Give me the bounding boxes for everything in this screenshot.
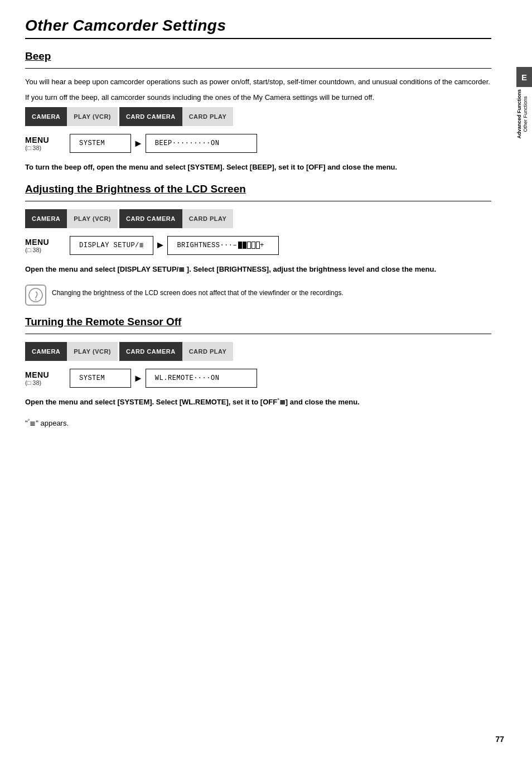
beep-camera-badge: CAMERA bbox=[25, 107, 67, 126]
remote-menu-label-block: MENU (□ 38) bbox=[25, 370, 70, 386]
side-tab-line1: Advanced Functions bbox=[516, 89, 522, 139]
side-tab-line2: Other Functions bbox=[523, 96, 528, 132]
beep-instruction: To turn the beep off, open the menu and … bbox=[25, 162, 491, 173]
brightness-result-text: BRIGHTNESS···– bbox=[177, 242, 237, 249]
beep-menu-ref: (□ 38) bbox=[25, 144, 70, 151]
remote-rule bbox=[25, 334, 491, 334]
remote-menu-row: MENU (□ 38) SYSTEM ► WL.REMOTE····ON bbox=[25, 369, 491, 388]
beep-section: Beep You will hear a beep upon camcorder… bbox=[25, 50, 491, 173]
remote-title: Turning the Remote Sensor Off bbox=[25, 316, 491, 328]
brightness-camera-badge: CAMERA bbox=[25, 209, 67, 228]
remote-camera-badge: CAMERA bbox=[25, 342, 67, 361]
remote-menu-ref: (□ 38) bbox=[25, 379, 70, 386]
brightness-menu-item: DISPLAY SETUP/≣ bbox=[70, 236, 153, 255]
beep-rule bbox=[25, 68, 491, 69]
side-tab: E Advanced Functions Other Functions bbox=[516, 0, 532, 757]
brightness-bar-icon bbox=[238, 242, 260, 249]
beep-card-camera-badge: CARD CAMERA bbox=[119, 107, 182, 126]
beep-menu-label: MENU bbox=[25, 136, 70, 144]
remote-menu-label: MENU bbox=[25, 370, 70, 379]
side-tab-letter: E bbox=[516, 67, 532, 87]
remote-card-camera-badge: CARD CAMERA bbox=[119, 342, 182, 361]
remote-mode-bar: CAMERA PLAY (VCR) CARD CAMERA CARD PLAY bbox=[25, 342, 491, 361]
brightness-card-play-badge: CARD PLAY bbox=[182, 209, 234, 228]
brightness-arrow: ► bbox=[156, 239, 166, 251]
beep-menu-row: MENU (□ 38) SYSTEM ► BEEP·········ON bbox=[25, 134, 491, 153]
brightness-plus: + bbox=[260, 242, 264, 249]
brightness-instruction: Open the menu and select [DISPLAY SETUP/… bbox=[25, 264, 491, 275]
brightness-note-text: Changing the brightness of the LCD scree… bbox=[52, 285, 344, 298]
remote-menu-item: SYSTEM bbox=[70, 369, 131, 388]
brightness-note-row: Changing the brightness of the LCD scree… bbox=[25, 285, 491, 306]
beep-para1: You will hear a beep upon camcorder oper… bbox=[25, 76, 491, 88]
remote-arrow: ► bbox=[133, 373, 143, 384]
brightness-play-badge: PLAY (VCR) bbox=[67, 209, 118, 228]
beep-para2: If you turn off the beep, all camcorder … bbox=[25, 92, 491, 103]
remote-instruction: Open the menu and select [SYSTEM]. Selec… bbox=[25, 397, 491, 408]
remote-play-badge: PLAY (VCR) bbox=[67, 342, 118, 361]
brightness-section: Adjusting the Brightness of the LCD Scre… bbox=[25, 183, 491, 306]
brightness-rule bbox=[25, 201, 491, 201]
beep-result: BEEP·········ON bbox=[146, 134, 257, 153]
brightness-title: Adjusting the Brightness of the LCD Scre… bbox=[25, 183, 491, 195]
svg-point-1 bbox=[35, 300, 36, 301]
remote-card-play-badge: CARD PLAY bbox=[182, 342, 234, 361]
brightness-menu-label: MENU bbox=[25, 238, 70, 247]
brightness-menu-ref: (□ 38) bbox=[25, 247, 70, 253]
beep-arrow: ► bbox=[133, 138, 143, 150]
brightness-card-camera-badge: CARD CAMERA bbox=[119, 209, 182, 228]
page-number: 77 bbox=[495, 735, 504, 744]
beep-card-play-badge: CARD PLAY bbox=[182, 107, 234, 126]
beep-play-badge: PLAY (VCR) bbox=[67, 107, 118, 126]
beep-mode-bar: CAMERA PLAY (VCR) CARD CAMERA CARD PLAY bbox=[25, 107, 491, 126]
side-tab-label: Advanced Functions Other Functions bbox=[516, 89, 532, 139]
note-icon bbox=[25, 285, 46, 306]
brightness-mode-bar: CAMERA PLAY (VCR) CARD CAMERA CARD PLAY bbox=[25, 209, 491, 228]
beep-menu-label-block: MENU (□ 38) bbox=[25, 136, 70, 151]
brightness-menu-row: MENU (□ 38) DISPLAY SETUP/≣ ► BRIGHTNESS… bbox=[25, 236, 491, 255]
remote-section: Turning the Remote Sensor Off CAMERA PLA… bbox=[25, 316, 491, 429]
brightness-result: BRIGHTNESS···– + bbox=[167, 236, 279, 255]
beep-menu-item: SYSTEM bbox=[70, 134, 131, 153]
title-divider bbox=[25, 38, 491, 39]
page-title: Other Camcorder Settings bbox=[25, 17, 491, 35]
remote-result: WL.REMOTE····ON bbox=[146, 369, 257, 388]
beep-title: Beep bbox=[25, 50, 491, 62]
remote-appears: "°≣" appears. bbox=[25, 418, 491, 429]
brightness-menu-label-block: MENU (□ 38) bbox=[25, 238, 70, 253]
